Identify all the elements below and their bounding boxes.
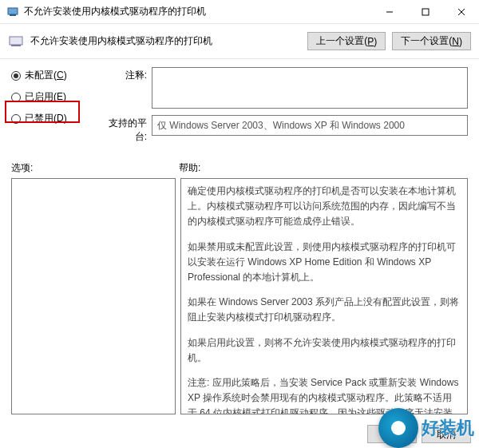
policy-icon xyxy=(8,34,24,50)
help-label: 帮助: xyxy=(179,161,468,175)
svg-rect-7 xyxy=(11,45,21,46)
svg-rect-6 xyxy=(10,37,22,45)
policy-state-radios: 未配置(C) 已启用(E) 已禁用(D) xyxy=(11,67,91,150)
next-setting-button[interactable]: 下一个设置(N) xyxy=(392,32,471,50)
platform-text: 仅 Windows Server 2003、Windows XP 和 Windo… xyxy=(157,120,405,131)
app-icon xyxy=(6,6,19,18)
comment-label: 注释: xyxy=(99,67,147,82)
titlebar: 不允许安装使用内核模式驱动程序的打印机 xyxy=(0,0,479,24)
dialog-footer: 确定 取消 xyxy=(367,425,471,443)
help-text-panel[interactable]: 确定使用内核模式驱动程序的打印机是否可以安装在本地计算机上。内核模式驱动程序可以… xyxy=(180,178,468,414)
window-title: 不允许安装使用内核模式驱动程序的打印机 xyxy=(24,5,371,18)
comment-textarea[interactable] xyxy=(152,67,468,109)
radio-enabled[interactable]: 已启用(E) xyxy=(11,90,91,104)
help-paragraph: 如果在 Windows Server 2003 系列产品上没有配置此设置，则将阻… xyxy=(188,295,461,325)
svg-rect-3 xyxy=(422,9,429,15)
radio-icon xyxy=(11,93,21,102)
previous-setting-button[interactable]: 上一个设置(P) xyxy=(307,32,386,50)
help-paragraph: 注意: 应用此策略后，当安装 Service Pack 或重新安装 Window… xyxy=(188,375,461,414)
help-paragraph: 如果启用此设置，则将不允许安装使用内核模式驱动程序的打印机。 xyxy=(188,335,461,366)
help-paragraph: 确定使用内核模式驱动程序的打印机是否可以安装在本地计算机上。内核模式驱动程序可以… xyxy=(188,184,461,230)
ok-button[interactable]: 确定 xyxy=(367,425,417,443)
options-panel xyxy=(11,178,176,414)
radio-disabled[interactable]: 已禁用(D) xyxy=(11,112,91,125)
supported-platforms-box[interactable]: 仅 Windows Server 2003、Windows XP 和 Windo… xyxy=(152,115,468,136)
radio-icon xyxy=(11,71,21,81)
radio-icon xyxy=(11,114,21,124)
close-button[interactable] xyxy=(443,0,479,23)
svg-rect-1 xyxy=(10,14,16,16)
minimize-button[interactable] xyxy=(371,0,407,23)
options-label: 选项: xyxy=(11,161,179,175)
radio-not-configured[interactable]: 未配置(C) xyxy=(11,69,91,82)
toolbar: 不允许安装使用内核模式驱动程序的打印机 上一个设置(P) 下一个设置(N) xyxy=(0,24,479,59)
policy-title: 不允许安装使用内核模式驱动程序的打印机 xyxy=(30,34,301,48)
svg-rect-0 xyxy=(8,8,18,14)
platform-label: 支持的平台: xyxy=(99,115,147,144)
maximize-button[interactable] xyxy=(407,0,443,23)
cancel-button[interactable]: 取消 xyxy=(422,425,471,443)
help-paragraph: 如果禁用或未配置此设置，则使用内核模式驱动程序的打印机可以安装在运行 Windo… xyxy=(188,240,461,286)
